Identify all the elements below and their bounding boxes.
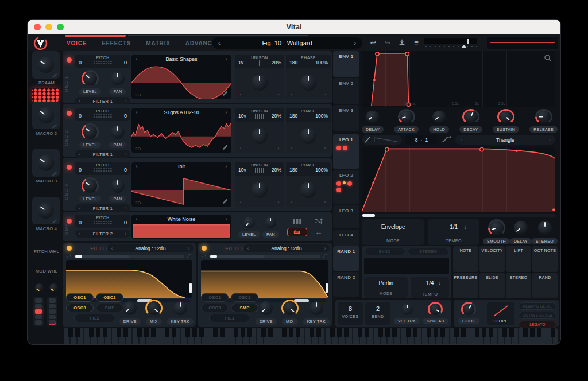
smooth-curve-icon[interactable]	[441, 135, 452, 145]
osc1-tune[interactable]: 0	[124, 60, 127, 65]
osc2-unison-header[interactable]: UNISON 10v 20%	[235, 108, 284, 122]
osc1-unison-selector[interactable]: ‹---›	[237, 91, 282, 98]
rand-sync-toggle[interactable]: SYNC	[364, 248, 405, 255]
filter1-input-osc1[interactable]: OSC1	[66, 293, 94, 302]
tab-env3[interactable]: ENV 3	[333, 105, 359, 131]
rand-tempo-selector[interactable]: 1/4 ♩ TEMPO	[411, 277, 449, 298]
chevron-right-icon[interactable]: ›	[221, 56, 231, 62]
chevron-right-icon[interactable]: ›	[322, 146, 328, 151]
lfo-grid-x[interactable]: 8	[415, 137, 418, 143]
osc3-unison-voices[interactable]: 10v	[238, 167, 246, 173]
smp-sample-name[interactable]: White Noise	[142, 216, 221, 222]
osc1-level-knob[interactable]	[82, 70, 99, 87]
osc2-unison-selector[interactable]: ‹---›	[237, 145, 282, 151]
chevron-left-icon[interactable]: ‹	[455, 137, 467, 143]
osc2-phase-rand[interactable]: 100%	[315, 113, 328, 119]
osc2-filter-routing[interactable]: ‹ FILTER 1 ›	[75, 150, 130, 158]
keytrack-icon[interactable]	[287, 217, 307, 226]
osc1-phase-selector[interactable]: ‹---›	[288, 91, 328, 98]
tab-lfo3[interactable]: LFO 3	[333, 205, 359, 228]
macro2-knob[interactable]	[36, 106, 56, 125]
piano-keyboard[interactable]	[64, 328, 558, 345]
preset-next-icon[interactable]: ›	[347, 39, 362, 47]
osc1-transpose[interactable]: 0	[79, 60, 82, 65]
redo-icon[interactable]: ↪	[383, 38, 392, 48]
filter1-input-fil2[interactable]: FIL2	[74, 314, 115, 322]
filter2-cutoff-slider[interactable]	[209, 255, 320, 258]
tab-env1[interactable]: ENV 1	[333, 51, 359, 77]
osc3-wave-display[interactable]: ‹ Init › 2D	[131, 162, 231, 207]
chevron-left-icon[interactable]: ‹	[131, 163, 142, 169]
chevron-right-icon[interactable]: ›	[322, 92, 328, 97]
chevron-right-icon[interactable]: ›	[275, 146, 282, 151]
save-icon[interactable]	[397, 38, 407, 48]
smp-level-knob[interactable]	[242, 215, 257, 230]
voices-control[interactable]: 8 VOICES	[338, 302, 363, 325]
loop-icon[interactable]	[287, 228, 307, 237]
edit-pencil-icon[interactable]	[222, 198, 229, 205]
smp-transpose[interactable]: 0	[79, 220, 82, 226]
osc2-transpose[interactable]: 0	[79, 113, 82, 119]
lfo-mode-selector[interactable]: Envelope MODE	[362, 219, 424, 245]
pitch-wheel[interactable]	[33, 297, 44, 326]
slope-control[interactable]: SLOPE	[487, 302, 514, 325]
osc3-wave-name[interactable]: Init	[142, 164, 221, 169]
osc3-pan-knob[interactable]	[109, 177, 126, 195]
osc1-unison-knob[interactable]	[250, 73, 269, 92]
osc2-wave-display[interactable]: ‹ S1gns AT02-10 › 2D	[131, 108, 231, 153]
tab-lfo2[interactable]: LFO 2	[333, 170, 359, 204]
filter1-drive-knob[interactable]	[121, 300, 138, 317]
lfo-tempo-selector[interactable]: 1/1 ♩ TEMPO	[428, 219, 479, 245]
chevron-left-icon[interactable]: ‹	[75, 98, 84, 104]
osc3-phase-header[interactable]: PHASE 180 100%	[286, 162, 331, 176]
glide-knob[interactable]	[461, 302, 476, 317]
filter1-response-display[interactable]	[66, 260, 192, 298]
mod-source-note[interactable]: NOTE	[453, 246, 478, 272]
macro4-knob[interactable]	[36, 201, 56, 220]
smp-pitch-box[interactable]: PITCH 00	[75, 215, 130, 228]
env-decay-knob[interactable]	[462, 109, 479, 125]
osc1-wave-name[interactable]: Basic Shapes	[142, 56, 221, 62]
tab-lfo4[interactable]: LFO 4	[333, 230, 359, 246]
osc2-level-knob[interactable]	[82, 123, 99, 141]
tab-voice[interactable]: VOICE	[67, 40, 87, 46]
lfo-shape-selector[interactable]: ‹ Triangle ›	[455, 135, 555, 145]
osc2-tune[interactable]: 0	[124, 113, 127, 119]
osc2-view-mode[interactable]: 2D	[135, 146, 141, 151]
env-hold-knob[interactable]	[431, 109, 448, 125]
filter1-input-osc3[interactable]: OSC3	[66, 304, 94, 312]
macro1-knob[interactable]	[36, 55, 56, 75]
osc2-pan-knob[interactable]	[109, 123, 126, 141]
octave-scale-toggle[interactable]: OCTAVE SCALE	[519, 312, 556, 319]
macro3-knob[interactable]	[36, 153, 56, 173]
chevron-right-icon[interactable]: ›	[121, 98, 130, 104]
mod-source-slide[interactable]: SLIDE	[479, 273, 505, 299]
chevron-left-icon[interactable]: ‹	[131, 109, 142, 115]
filter2-input-osc2[interactable]: OSC2	[231, 293, 258, 302]
legato-toggle[interactable]: LEGATO	[519, 321, 556, 328]
osc3-unison-selector[interactable]: ‹---›	[237, 199, 282, 205]
chevron-right-icon[interactable]: ›	[221, 163, 231, 169]
lfo-grid-selector[interactable]: 8 - 1	[405, 135, 438, 145]
shuffle-icon[interactable]	[309, 217, 329, 226]
filter2-mix-knob[interactable]	[281, 300, 299, 317]
osc1-phase-knob[interactable]	[299, 73, 318, 92]
chevron-right-icon[interactable]: ›	[184, 246, 194, 251]
chevron-right-icon[interactable]: ›	[221, 109, 231, 115]
smp-pan-knob[interactable]	[263, 215, 278, 230]
smp-filter-routing[interactable]: ‹ FILTER 2 ›	[75, 230, 130, 238]
black-keys[interactable]	[64, 328, 558, 337]
mod-wheel-knob[interactable]	[49, 283, 58, 292]
chevron-right-icon[interactable]: ›	[322, 200, 328, 205]
osc3-unison-detune[interactable]: 20%	[272, 167, 281, 173]
env-delay-knob[interactable]	[364, 109, 381, 125]
filter2-power-led[interactable]	[202, 246, 207, 251]
mod-wheel[interactable]	[47, 297, 57, 326]
filter2-input-fil1[interactable]: FIL1	[209, 314, 250, 322]
veltrack-knob[interactable]	[400, 302, 415, 317]
osc1-power-led[interactable]	[67, 57, 72, 63]
chevron-right-icon[interactable]: ›	[275, 92, 282, 97]
mod-source-oct-note[interactable]: OCT NOTE	[532, 246, 558, 272]
osc3-power-led[interactable]	[67, 165, 72, 170]
chevron-right-icon[interactable]: ›	[221, 216, 231, 222]
